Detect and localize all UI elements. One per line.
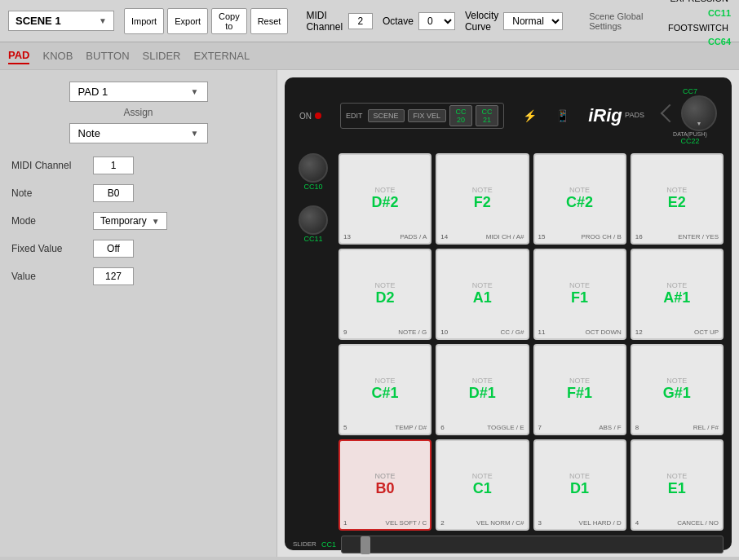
- pad-7[interactable]: NOTE F#1 7 ABS / F: [533, 344, 626, 435]
- device-body: CC10 CC11: [293, 153, 724, 531]
- import-button[interactable]: Import: [124, 8, 164, 34]
- pad-11[interactable]: NOTE F1 11 OCT DOWN: [533, 249, 626, 340]
- pad-note-label: NOTE: [666, 472, 687, 480]
- copy-to-button[interactable]: Copy to: [211, 8, 247, 34]
- pad-note-label: NOTE: [375, 281, 396, 289]
- note-dropdown-row: Note ▼: [11, 123, 265, 143]
- midi-channel-label: MIDI Channel: [306, 10, 343, 33]
- pad-16[interactable]: NOTE E2 16 ENTER / YES: [631, 153, 724, 245]
- scene-dropdown[interactable]: SCENE 1 ▼: [8, 11, 114, 31]
- reset-button[interactable]: Reset: [250, 8, 289, 34]
- footswitch-label: FOOTSWITCH: [668, 23, 728, 33]
- top-buttons-group: Import Export Copy to Reset: [124, 8, 288, 34]
- cc11-knob[interactable]: [299, 205, 328, 235]
- expression-cc: CC11: [708, 8, 731, 18]
- note-type-chevron: ▼: [191, 129, 199, 138]
- fix-vel-btn[interactable]: FIX VEL: [408, 109, 447, 122]
- tab-external[interactable]: EXTERNAL: [194, 48, 250, 64]
- pad-number-label: 12: [635, 329, 643, 336]
- pad-number-label: 3: [538, 519, 542, 527]
- value-label: Value: [11, 271, 85, 282]
- cc10-knob[interactable]: [299, 153, 328, 183]
- pad-10[interactable]: NOTE A1 10 CC / G#: [436, 249, 529, 340]
- expression-section: EXPRESSION CC11 FOOTSWITCH CC64: [665, 0, 731, 50]
- export-button[interactable]: Export: [167, 8, 208, 34]
- note-field-input[interactable]: [93, 184, 134, 202]
- pad-9[interactable]: NOTE D2 9 NOTE / G: [339, 249, 431, 340]
- mode-chevron: ▼: [152, 217, 160, 226]
- pad-number-label: 8: [635, 424, 639, 431]
- pad-select-row: PAD 1 ▼: [11, 82, 265, 102]
- pad-note-value: A#1: [663, 289, 690, 306]
- cc21-btn[interactable]: CC 21: [476, 105, 498, 126]
- fixed-value-field: Fixed Value: [11, 240, 265, 258]
- pad-3[interactable]: NOTE D1 3 VEL HARD / D: [533, 439, 626, 531]
- midi-channel-field-input[interactable]: [93, 157, 134, 174]
- pad-sublabel: OCT UP: [694, 329, 719, 336]
- mode-dropdown[interactable]: Temporary ▼: [93, 212, 167, 230]
- cc22-label: CC22: [680, 137, 699, 145]
- midi-channel-input[interactable]: [348, 13, 373, 29]
- scene-label: SCENE 1: [15, 15, 61, 27]
- footswitch-cc: CC64: [708, 37, 731, 46]
- pad-5[interactable]: NOTE C#1 5 TEMP / D#: [339, 344, 431, 435]
- pad-dropdown[interactable]: PAD 1 ▼: [69, 82, 208, 102]
- tab-pad[interactable]: PAD: [8, 47, 29, 64]
- pad-note-label: NOTE: [666, 281, 687, 289]
- pad-note-label: NOTE: [472, 377, 493, 385]
- edit-label: EDIT: [346, 112, 363, 120]
- slider-horizontal[interactable]: [341, 536, 724, 553]
- fixed-value-input[interactable]: [93, 240, 134, 258]
- mode-field: Mode Temporary ▼: [11, 212, 265, 230]
- pad-1[interactable]: NOTE B0 1 VEL SOFT / C: [339, 439, 431, 531]
- pad-note-value: B0: [376, 480, 395, 497]
- usb-icon: ⚡: [523, 109, 537, 122]
- pad-note-label: NOTE: [472, 472, 493, 480]
- cc7-label: CC7: [683, 87, 697, 95]
- cc10-knob-area: CC10: [299, 153, 328, 191]
- tab-button[interactable]: BUTTON: [86, 48, 129, 64]
- pad-8[interactable]: NOTE G#1 8 REL / F#: [631, 344, 724, 435]
- value-input[interactable]: [93, 267, 134, 285]
- pad-13[interactable]: NOTE D#2 13 PADS / A: [339, 153, 431, 245]
- assign-label: Assign: [11, 107, 265, 118]
- pad-sublabel: OCT DOWN: [585, 329, 621, 336]
- cc20-btn[interactable]: CC 20: [449, 105, 472, 126]
- edit-group: EDIT SCENE FIX VEL CC 20 CC 21: [340, 103, 504, 129]
- scene-select-area: SCENE 1 ▼: [8, 11, 114, 31]
- pad-note-value: F#1: [567, 385, 592, 402]
- data-label: ▼: [696, 121, 701, 126]
- octave-dropdown[interactable]: 01-1: [418, 12, 455, 30]
- tab-knob[interactable]: KNOB: [42, 48, 73, 64]
- pad-note-label: NOTE: [666, 377, 687, 385]
- note-type-value: Note: [78, 127, 100, 139]
- pad-sublabel: TEMP / D#: [395, 424, 427, 431]
- velocity-curve-label: Velocity Curve: [465, 10, 498, 33]
- device-on-indicator: ON: [299, 112, 321, 121]
- pad-12[interactable]: NOTE A#1 12 OCT UP: [631, 249, 724, 340]
- tab-slider[interactable]: SLIDER: [143, 48, 181, 64]
- pad-15[interactable]: NOTE C#2 15 PROG CH / B: [533, 153, 626, 245]
- data-knob-area: CC7 ▼ DATA(PUSH) CC22: [663, 87, 717, 145]
- velocity-curve-dropdown[interactable]: NormalSoftHard: [503, 12, 563, 30]
- pad-sublabel: VEL HARD / D: [579, 519, 622, 527]
- pad-note-value: D2: [376, 289, 395, 306]
- pad-2[interactable]: NOTE C1 2 VEL NORM / C#: [436, 439, 529, 531]
- pad-note-value: F2: [474, 194, 491, 211]
- pad-note-value: C#2: [566, 194, 593, 211]
- midi-channel-field: MIDI Channel: [11, 157, 265, 174]
- pad-14[interactable]: NOTE F2 14 MIDI CH / A#: [436, 153, 529, 245]
- midi-channel-section: MIDI Channel: [306, 10, 372, 33]
- pad-sublabel: MIDI CH / A#: [486, 233, 524, 240]
- irig-area: iRig PADS: [588, 105, 644, 126]
- data-knob[interactable]: ▼: [681, 95, 717, 131]
- top-bar: SCENE 1 ▼ Import Export Copy to Reset MI…: [0, 0, 739, 42]
- pad-number-label: 13: [343, 233, 351, 240]
- scene-edit-btn[interactable]: SCENE: [368, 109, 405, 122]
- pad-4[interactable]: NOTE E1 4 CANCEL / NO: [631, 439, 724, 531]
- pad-sublabel: VEL NORM / C#: [476, 519, 524, 527]
- expression-label: EXPRESSION: [670, 0, 728, 3]
- pad-6[interactable]: NOTE D#1 6 TOGGLE / E: [436, 344, 529, 435]
- pad-sublabel: PADS / A: [400, 233, 427, 240]
- note-type-dropdown[interactable]: Note ▼: [69, 123, 208, 143]
